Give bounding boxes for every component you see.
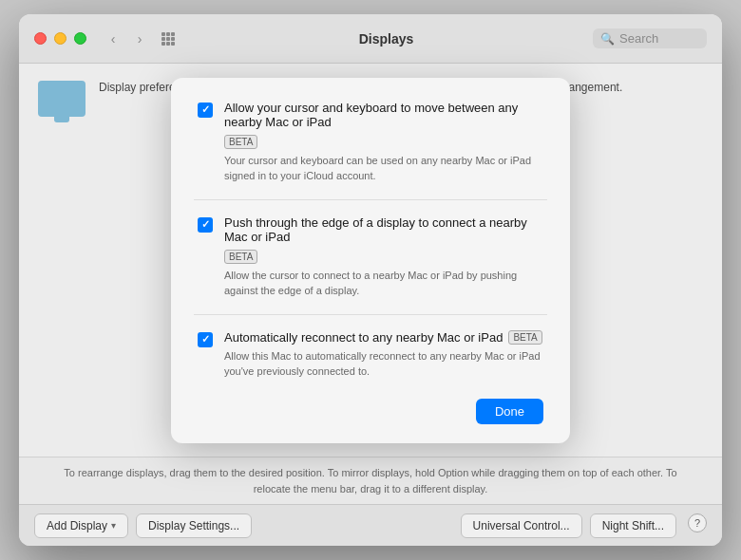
footer-text: To rearrange displays, drag them to the … [19,457,722,504]
nav-buttons: ‹ › [102,28,151,50]
svg-rect-7 [166,42,170,46]
svg-rect-3 [162,37,165,41]
close-button[interactable] [34,32,47,45]
display-settings-button[interactable]: Display Settings... [136,513,252,538]
svg-rect-8 [171,42,175,46]
add-display-label: Add Display [47,519,107,532]
checkbox-cursor-keyboard[interactable]: ✓ [198,103,213,118]
universal-control-button[interactable]: Universal Control... [461,513,582,538]
checkmark-icon-3: ✓ [201,333,210,345]
divider-1 [194,199,547,200]
option-auto-reconnect: ✓ Automatically reconnect to any nearby … [198,330,543,380]
night-shift-button[interactable]: Night Shift... [590,513,676,538]
option-title-2: Push through the edge of a display to co… [224,215,543,264]
bottom-area: To rearrange displays, drag them to the … [19,457,722,546]
grid-button[interactable] [157,28,180,50]
option-content-3: Automatically reconnect to any nearby Ma… [224,330,543,380]
checkbox-push-edge[interactable]: ✓ [198,217,213,233]
main-window: ‹ › Displays 🔍 Search Display [19,14,722,546]
option-title-1: Allow your cursor and keyboard to move b… [224,101,543,149]
checkmark-icon-2: ✓ [201,218,210,231]
beta-badge-2: BETA [224,250,257,264]
option-cursor-keyboard: ✓ Allow your cursor and keyboard to move… [198,101,543,184]
minimize-button[interactable] [54,32,66,45]
divider-2 [194,314,547,315]
modal-dialog: ✓ Allow your cursor and keyboard to move… [171,78,570,443]
main-content: Display preferences control the resoluti… [19,64,722,457]
title-bar: ‹ › Displays 🔍 Search [19,14,722,64]
option-desc-1: Your cursor and keyboard can be used on … [224,153,543,184]
traffic-lights [34,32,86,45]
back-button[interactable]: ‹ [102,28,124,50]
modal-footer: Done [198,399,543,424]
option-desc-2: Allow the cursor to connect to a nearby … [224,268,543,299]
maximize-button[interactable] [74,32,86,45]
toolbar-row: Add Display ▾ Display Settings... Univer… [19,504,722,546]
universal-control-label: Universal Control... [473,519,570,532]
forward-button[interactable]: › [128,28,151,50]
beta-badge-1: BETA [224,135,257,149]
svg-rect-2 [171,32,175,36]
search-placeholder: Search [619,31,658,46]
option-push-edge: ✓ Push through the edge of a display to … [198,215,543,299]
option-content-2: Push through the edge of a display to co… [224,215,543,299]
done-button[interactable]: Done [476,399,543,424]
option-desc-3: Allow this Mac to automatically reconnec… [224,348,543,380]
svg-rect-5 [171,37,175,41]
checkbox-auto-reconnect[interactable]: ✓ [198,332,213,347]
night-shift-label: Night Shift... [602,519,664,532]
toolbar-right: Universal Control... Night Shift... ? [461,513,707,538]
beta-badge-3: BETA [508,330,542,345]
option-title-3: Automatically reconnect to any nearby Ma… [224,330,543,345]
search-bar[interactable]: 🔍 Search [593,28,707,48]
help-button[interactable]: ? [688,513,707,532]
svg-rect-4 [166,37,170,41]
svg-rect-1 [166,32,170,36]
window-title: Displays [180,31,593,47]
add-display-button[interactable]: Add Display ▾ [34,513,128,538]
search-icon: 🔍 [600,32,615,46]
display-settings-label: Display Settings... [148,519,239,532]
svg-rect-6 [162,42,165,46]
svg-rect-0 [162,32,165,36]
modal-overlay: ✓ Allow your cursor and keyboard to move… [19,64,722,457]
option-content-1: Allow your cursor and keyboard to move b… [224,101,543,184]
checkmark-icon: ✓ [201,103,210,116]
chevron-down-icon: ▾ [111,520,116,531]
